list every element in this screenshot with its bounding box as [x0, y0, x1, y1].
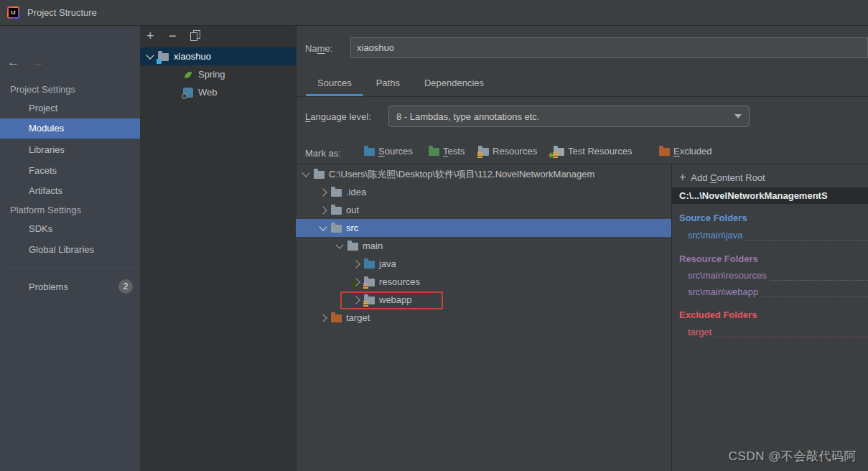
- problems-count-badge: 2: [118, 279, 133, 294]
- mark-as-tests[interactable]: Tests: [429, 146, 465, 157]
- sidebar-item-sdks[interactable]: SDKs: [29, 223, 52, 234]
- add-module-button[interactable]: +: [146, 29, 154, 42]
- tree-row-src[interactable]: src: [296, 219, 671, 237]
- title-bar: Project Structure: [0, 0, 868, 26]
- leader-dots: [761, 287, 868, 297]
- folder-link-src-main-resources[interactable]: src\main\resources: [672, 268, 868, 283]
- chevron-down-icon[interactable]: [302, 169, 309, 177]
- module-tree-row-web[interactable]: Web: [140, 83, 296, 101]
- chevron-down-icon[interactable]: [319, 223, 327, 230]
- forward-arrow-icon[interactable]: →: [32, 56, 44, 68]
- tab-sources[interactable]: Sources: [305, 72, 364, 96]
- folder-link-label: src\main\webapp: [688, 286, 758, 297]
- content-root-item[interactable]: C:\...\NovelNetworkManagementS: [672, 187, 868, 204]
- chevron-down-icon: [734, 114, 742, 118]
- folder-link-label: src\main\resources: [688, 270, 767, 281]
- chevron-down-icon[interactable]: [146, 51, 154, 59]
- plus-icon: +: [679, 172, 686, 183]
- facet-label: Spring: [198, 69, 225, 80]
- chevron-right-icon[interactable]: [319, 206, 327, 214]
- module-tree-row-xiaoshuo[interactable]: xiaoshuo: [140, 47, 296, 65]
- mark-as-tests-label: Tests: [443, 146, 465, 157]
- content-divider: [296, 164, 868, 164]
- remove-module-button[interactable]: −: [169, 29, 177, 42]
- chevron-right-icon[interactable]: [352, 260, 360, 268]
- folder-link-src-main-java[interactable]: src\main\java: [672, 228, 868, 243]
- facet-label: Web: [198, 87, 218, 98]
- sidebar-item-global-libraries[interactable]: Global Libraries: [29, 244, 94, 255]
- chevron-right-icon[interactable]: [319, 188, 327, 196]
- tree-row-label: resources: [379, 276, 420, 287]
- project-settings-header: Project Settings: [10, 84, 75, 95]
- platform-settings-header: Platform Settings: [10, 205, 81, 215]
- resource-folder-icon: [364, 279, 375, 286]
- web-icon: [183, 88, 193, 98]
- tree-row-target[interactable]: target: [296, 309, 671, 327]
- mark-as-test-resources-label: Test Resources: [568, 146, 633, 157]
- mark-as-excluded[interactable]: Excluded: [659, 146, 711, 157]
- chevron-right-icon[interactable]: [352, 278, 360, 286]
- tree-row-label: main: [363, 241, 383, 251]
- sidebar-divider: [6, 268, 134, 269]
- sidebar-item-problems[interactable]: Problems: [29, 281, 68, 292]
- tree-row-label: target: [346, 312, 370, 323]
- spring-leaf-icon: [183, 70, 193, 80]
- chevron-right-icon[interactable]: [319, 314, 327, 322]
- tree-row-out[interactable]: out: [296, 201, 671, 219]
- sidebar-item-libraries[interactable]: Libraries: [29, 144, 65, 155]
- tab-dependencies[interactable]: Dependencies: [412, 72, 496, 96]
- tab-paths[interactable]: Paths: [364, 72, 412, 96]
- back-arrow-icon[interactable]: ←: [7, 56, 19, 68]
- add-content-root-label: Add Content Root: [691, 172, 765, 183]
- sources-folder-icon: [364, 148, 375, 156]
- tree-row-idea[interactable]: .idea: [296, 183, 671, 201]
- folder-icon: [331, 225, 342, 233]
- mark-as-resources-label: Resources: [493, 146, 537, 157]
- chevron-down-icon[interactable]: [335, 241, 343, 248]
- module-editor-tabs: Sources Paths Dependencies: [305, 72, 496, 96]
- language-level-value: 8 - Lambdas, type annotations etc.: [396, 111, 539, 122]
- mark-as-resources[interactable]: Resources: [478, 146, 537, 157]
- mark-as-sources-label: Sources: [378, 146, 413, 157]
- sidebar-item-artifacts[interactable]: Artifacts: [29, 185, 62, 196]
- mark-as-test-resources[interactable]: Test Resources: [554, 146, 633, 157]
- leader-dots: [770, 271, 868, 281]
- folder-link-label: src\main\java: [688, 230, 743, 241]
- tree-row-content-root[interactable]: C:\Users\陈光照\Desktop\软件\项目\112.NovelNetw…: [296, 165, 671, 183]
- language-level-label: Language level:: [305, 111, 371, 122]
- excluded-folders-header: Excluded Folders: [672, 309, 868, 320]
- name-label: Name:: [305, 43, 332, 54]
- tree-row-label: .idea: [346, 187, 366, 197]
- tests-folder-icon: [429, 148, 439, 156]
- test-resources-folder-icon: [554, 148, 564, 156]
- tree-row-label: out: [346, 205, 359, 215]
- resources-folder-icon: [478, 148, 489, 156]
- source-folder-icon: [364, 261, 375, 269]
- resource-folders-header: Resource Folders: [672, 253, 868, 264]
- tree-row-main[interactable]: main: [296, 237, 671, 255]
- mark-as-excluded-label: Excluded: [673, 146, 711, 157]
- sidebar-item-facets[interactable]: Facets: [29, 165, 57, 176]
- add-content-root-button[interactable]: + Add Content Root: [672, 168, 868, 187]
- tree-row-resources[interactable]: resources: [296, 273, 671, 291]
- folder-icon: [347, 243, 358, 251]
- mark-as-sources[interactable]: Sources: [364, 146, 413, 157]
- csdn-watermark: CSDN @不会敲代码阿: [729, 448, 857, 465]
- tree-row-java[interactable]: java: [296, 255, 671, 273]
- settings-sidebar: ← → Project Settings Project Modules Lib…: [0, 26, 140, 471]
- tree-row-label: src: [346, 223, 358, 233]
- excluded-folder-icon: [331, 314, 342, 322]
- folder-link-label: target: [688, 327, 711, 337]
- module-tree-row-spring[interactable]: Spring: [140, 65, 296, 83]
- module-name-input[interactable]: [350, 37, 868, 58]
- sidebar-item-modules[interactable]: Modules: [0, 118, 140, 139]
- folder-link-target[interactable]: target: [672, 325, 868, 340]
- folder-link-src-main-webapp[interactable]: src\main\webapp: [672, 284, 868, 299]
- leader-dots: [714, 327, 868, 337]
- tabs-divider: [296, 96, 868, 97]
- source-folders-header: Source Folders: [672, 213, 868, 223]
- sidebar-item-project[interactable]: Project: [29, 103, 57, 113]
- intellij-logo-icon: [7, 6, 19, 19]
- language-level-select[interactable]: 8 - Lambdas, type annotations etc.: [388, 106, 750, 127]
- tree-row-label: java: [379, 258, 396, 269]
